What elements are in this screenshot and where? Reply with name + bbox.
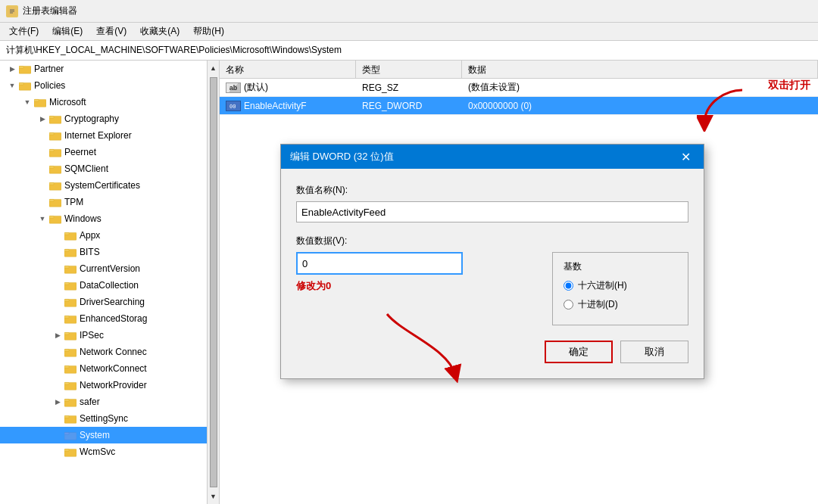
title-bar: 注册表编辑器 [0, 0, 818, 23]
field-data-input[interactable] [296, 252, 463, 275]
expand-icon-bits [52, 246, 64, 258]
field-name-label: 数值名称(N): [296, 184, 688, 197]
edit-dword-dialog[interactable]: 编辑 DWORD (32 位)值 ✕ 数值名称(N): 数值数据(V): 修改为… [280, 144, 704, 379]
tree-label-windows: Windows [64, 213, 101, 224]
reg-name-1: 00 EnableActivityF [220, 101, 356, 111]
radio-hex-label: 十六进制(H) [578, 279, 627, 292]
tree-item-policies[interactable]: ▼ Policies [0, 77, 219, 94]
folder-icon-partner [18, 63, 32, 75]
svg-rect-37 [64, 332, 69, 334]
svg-rect-25 [64, 232, 69, 235]
folder-icon-wcmsvc [64, 446, 77, 458]
menu-favorites[interactable]: 收藏夹(A) [134, 23, 186, 39]
tree-item-sqmclient[interactable]: SQMClient [0, 160, 219, 177]
menu-file[interactable]: 文件(F) [3, 23, 45, 39]
expand-icon-system [52, 429, 64, 441]
tree-item-appx[interactable]: Appx [0, 227, 219, 244]
tree-item-system[interactable]: System [0, 427, 219, 443]
expand-icon-sqmclient [36, 163, 48, 175]
tree-item-cryptography[interactable]: ▶ Cryptography [0, 110, 219, 127]
svg-rect-19 [49, 182, 54, 185]
tree-item-internet-explorer[interactable]: Internet Explorer [0, 127, 219, 144]
svg-rect-21 [49, 199, 54, 201]
reg-data-1: 0x00000000 (0) [462, 101, 818, 111]
modify-label: 修改为0 [296, 279, 537, 293]
dialog-close-button[interactable]: ✕ [676, 148, 695, 166]
menu-view[interactable]: 查看(V) [90, 23, 133, 39]
tree-item-peernet[interactable]: Peernet [0, 144, 219, 160]
tree-item-microsoft[interactable]: ▼ Microsoft [0, 94, 219, 110]
svg-rect-7 [19, 82, 23, 85]
tree-label-partner: Partner [34, 64, 64, 74]
folder-icon-networkconnect [64, 362, 77, 375]
tree-item-currentversion[interactable]: CurrentVersion [0, 260, 219, 277]
cancel-button[interactable]: 取消 [620, 341, 688, 363]
folder-icon-tpm [48, 196, 62, 208]
tree-item-tpm[interactable]: TPM [0, 194, 219, 210]
radio-hex[interactable] [564, 281, 573, 291]
expand-icon-networkconnect [52, 362, 64, 375]
menu-help[interactable]: 帮助(H) [187, 23, 230, 39]
registry-header: 名称 类型 数据 [220, 61, 818, 79]
tree-item-bits[interactable]: BITS [0, 244, 219, 260]
expand-icon-currentversion [52, 263, 64, 275]
dialog-body: 数值名称(N): 数值数据(V): 修改为0 基数 十六进制(H) [281, 169, 704, 378]
tree-item-enhancedstorag[interactable]: EnhancedStorag [0, 310, 219, 327]
tree-label-appx: Appx [80, 230, 100, 241]
expand-icon-safer: ▶ [52, 396, 64, 408]
tree-label-networkconnect: NetworkConnect [80, 363, 147, 374]
tree-label-settingsync: SettingSync [80, 413, 128, 424]
scroll-up[interactable]: ▲ [208, 61, 220, 76]
col-data: 数据 [462, 61, 818, 78]
tree-item-systemcertificates[interactable]: SystemCertificates [0, 177, 219, 194]
folder-icon-bits [64, 246, 77, 258]
tree-item-partner[interactable]: ▶ Partner [0, 61, 219, 77]
scroll-down[interactable]: ▼ [208, 489, 220, 504]
base-section: 基数 十六进制(H) 十进制(D) [552, 252, 688, 325]
field-data-label: 数值数据(V): [296, 235, 688, 247]
expand-icon-networkconnec [52, 346, 64, 358]
tree-scrollbar[interactable]: ▲ ▼ [207, 61, 219, 504]
menu-edit[interactable]: 编辑(E) [46, 23, 89, 39]
col-type: 类型 [356, 61, 462, 78]
expand-icon-partner: ▶ [6, 63, 18, 75]
field-name-input[interactable] [296, 201, 688, 222]
svg-rect-23 [49, 216, 54, 218]
tree-label-cryptography: Cryptography [64, 114, 119, 124]
address-bar: 计算机\HKEY_LOCAL_MACHINE\SOFTWARE\Policies… [0, 41, 818, 61]
folder-icon-microsoft [33, 96, 47, 108]
menu-bar: 文件(F) 编辑(E) 查看(V) 收藏夹(A) 帮助(H) [0, 23, 818, 41]
svg-rect-9 [34, 99, 39, 101]
tree-item-networkconnec[interactable]: Network Connec [0, 344, 219, 360]
address-path: 计算机\HKEY_LOCAL_MACHINE\SOFTWARE\Policies… [6, 44, 342, 57]
expand-icon-cryptography: ▶ [36, 113, 48, 125]
ok-button[interactable]: 确定 [545, 341, 613, 363]
tree-item-settingsync[interactable]: SettingSync [0, 410, 219, 427]
expand-icon-microsoft: ▼ [21, 96, 33, 108]
tree-item-driversearching[interactable]: DriverSearching [0, 294, 219, 310]
expand-icon-policies: ▼ [6, 79, 18, 92]
tree-item-networkprovider[interactable]: NetworkProvider [0, 377, 219, 394]
expand-icon-appx [52, 229, 64, 241]
tree-item-windows[interactable]: ▼ Windows [0, 210, 219, 227]
folder-icon-settingsync [64, 412, 77, 425]
radio-hex-option[interactable]: 十六进制(H) [564, 279, 677, 292]
tree-item-safer[interactable]: ▶ safer [0, 394, 219, 410]
expand-icon-peernet [36, 146, 48, 158]
dialog-title-bar: 编辑 DWORD (32 位)值 ✕ [281, 145, 704, 169]
tree-label-policies: Policies [34, 80, 65, 91]
col-name: 名称 [220, 61, 356, 78]
tree-item-datacollection[interactable]: DataCollection [0, 277, 219, 294]
folder-icon-datacollection [64, 279, 77, 291]
dialog-value-section: 修改为0 [296, 252, 537, 293]
tree-item-networkconnect[interactable]: NetworkConnect [0, 360, 219, 377]
tree-label-peernet: Peernet [64, 147, 96, 157]
radio-dec[interactable] [564, 300, 573, 310]
expand-icon-datacollection [52, 279, 64, 291]
tree-label-internet-explorer: Internet Explorer [64, 130, 132, 141]
folder-icon-sqmclient [48, 163, 62, 175]
tree-item-ipsec[interactable]: ▶ IPSec [0, 327, 219, 344]
radio-dec-option[interactable]: 十进制(D) [564, 298, 677, 311]
tree-item-wcmsvc[interactable]: WcmSvc [0, 443, 219, 460]
expand-icon-ipsec: ▶ [52, 329, 64, 341]
